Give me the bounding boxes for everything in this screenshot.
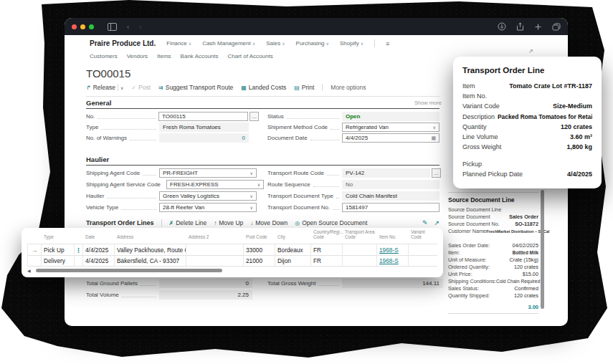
- print-icon: ▤: [294, 85, 300, 91]
- nav-chart-of-accounts[interactable]: Chart of Accounts: [228, 53, 273, 59]
- divider: [86, 108, 439, 109]
- factbox-scrollbar[interactable]: [541, 190, 544, 309]
- downloads-icon[interactable]: [498, 22, 506, 31]
- minimize-window-button[interactable]: [80, 24, 85, 29]
- delete-line-button[interactable]: ✗Delete Line: [169, 219, 207, 226]
- nav-customers[interactable]: Customers: [90, 53, 118, 59]
- chevron-down-icon: ∨: [326, 42, 329, 46]
- delete-icon: ✗: [169, 220, 174, 226]
- item-no-link[interactable]: 1968-S: [379, 246, 399, 254]
- nav-bank-accounts[interactable]: Bank Accounts: [181, 53, 219, 59]
- agent-service-select[interactable]: FRESH-EXPRESS∨: [166, 180, 264, 189]
- card-title: Transport Order Line: [462, 66, 592, 75]
- table-row[interactable]: Delivery 4/4/2025 Bakersfield, CA - 9330…: [27, 255, 437, 267]
- post-button[interactable]: ✓ Post: [131, 84, 151, 91]
- item-no-link[interactable]: 1968-S: [379, 257, 399, 264]
- field-label: No.: [86, 113, 95, 120]
- assist-edit-button[interactable]: …: [250, 112, 259, 121]
- release-button[interactable]: ↱ Release ∨: [86, 84, 123, 91]
- open-source-document-button[interactable]: ◎Open Source Document: [295, 219, 367, 226]
- field-label: Shipment Method Code: [267, 124, 328, 130]
- scrollbar-thumb[interactable]: [36, 269, 222, 272]
- card-row: Line Volume3.60 m³: [462, 133, 592, 143]
- more-options-button[interactable]: More options: [331, 84, 366, 91]
- expand-icon[interactable]: ↗: [434, 219, 439, 226]
- field-label: Route Sequence: [267, 181, 310, 188]
- shipping-agent-select[interactable]: PR-FREIGHT∨: [159, 168, 257, 178]
- edit-list-icon[interactable]: ✎: [422, 219, 428, 226]
- open-document-icon: ◎: [295, 220, 300, 226]
- dotted-leader: [310, 139, 339, 140]
- print-button[interactable]: ▤ Print: [294, 84, 314, 91]
- move-down-button[interactable]: ↓Move Down: [250, 219, 288, 226]
- divider: [448, 313, 538, 314]
- share-icon[interactable]: [516, 22, 524, 31]
- zoom-window-button[interactable]: [89, 24, 94, 29]
- factbox-total[interactable]: 3.00: [448, 304, 538, 310]
- factbox-row: Sales Status:Confirmed: [448, 285, 538, 292]
- haulier-section-heading[interactable]: Haulier: [86, 155, 109, 163]
- menu-shopify[interactable]: Shopify∨: [340, 40, 363, 47]
- divider: [86, 165, 439, 166]
- active-row-arrow-icon: →: [27, 244, 42, 255]
- chevron-down-icon: ∨: [433, 125, 436, 130]
- vehicle-type-select[interactable]: 28-ft Reefer Van∨: [159, 203, 257, 212]
- forward-icon[interactable]: ›: [139, 23, 141, 31]
- action-bar: ↱ Release ∨ ✓ Post ⇉ Suggest Transport R…: [86, 84, 366, 91]
- back-icon[interactable]: ‹: [127, 23, 129, 31]
- move-up-button[interactable]: ↑Move Up: [214, 219, 243, 226]
- scroll-left-icon[interactable]: ◀: [27, 268, 31, 273]
- menu-finance[interactable]: Finance∨: [166, 40, 191, 47]
- general-section-heading[interactable]: General: [86, 99, 111, 107]
- card-row: Quantity120 crates: [462, 123, 592, 133]
- factbox-row: Source DocumentSales Order: [448, 214, 538, 220]
- close-window-button[interactable]: [72, 24, 77, 29]
- route-icon: ⇉: [158, 85, 163, 91]
- horizontal-scrollbar[interactable]: ◀: [27, 269, 437, 273]
- total-gross-weight-field: 144.11: [342, 279, 443, 288]
- chevron-down-icon: ∨: [257, 182, 260, 187]
- factbox-row: Item:Bottled Milk: [448, 249, 538, 256]
- haulier-select[interactable]: Green Valley Logistics∨: [159, 191, 257, 201]
- transport-doc-no-field[interactable]: 1581497: [342, 203, 439, 212]
- suggest-transport-route-button[interactable]: ⇉ Suggest Transport Route: [158, 84, 233, 91]
- factbox-group-label: Source Document Line: [448, 206, 501, 213]
- dotted-leader: [331, 128, 339, 130]
- company-name[interactable]: Praire Produce Ltd.: [90, 39, 156, 47]
- sidebar-toggle-icon[interactable]: [108, 23, 117, 31]
- show-more-link[interactable]: Show more: [414, 100, 442, 106]
- field-label: No. of Warnings: [86, 135, 127, 141]
- type-field: Fresh Roma Tomatoes: [159, 123, 249, 132]
- field-label: Document Date: [267, 135, 308, 141]
- warnings-field[interactable]: 0: [159, 133, 249, 143]
- release-icon: ↱: [86, 85, 91, 91]
- dotted-leader: [130, 139, 156, 140]
- divider: [86, 96, 439, 97]
- calendar-icon[interactable]: ▦: [431, 135, 436, 141]
- row-menu-icon[interactable]: ⋮: [75, 244, 83, 255]
- landed-costs-button[interactable]: ▦ Landed Costs: [241, 84, 286, 91]
- page-title: TO00015: [86, 67, 130, 80]
- new-tab-icon[interactable]: [534, 23, 542, 31]
- factbox-heading: Source Document Line: [448, 196, 515, 203]
- lines-heading[interactable]: Transport Order Lines: [86, 219, 154, 226]
- chevron-down-icon[interactable]: ∨: [120, 85, 123, 90]
- arrow-down-icon: ↓: [250, 220, 253, 226]
- no-field[interactable]: TO00115: [158, 112, 248, 121]
- nav-vendors[interactable]: Vendors: [127, 53, 148, 59]
- divider: [161, 219, 162, 226]
- menu-cash-management[interactable]: Cash Management∨: [202, 40, 255, 47]
- menu-purchasing[interactable]: Purchasing∨: [296, 40, 329, 47]
- document-date-field[interactable]: 4/4/2025▦: [342, 133, 439, 143]
- assist-edit-button[interactable]: …: [432, 168, 441, 178]
- shipment-method-select[interactable]: Refrigerated Van∨: [342, 123, 439, 132]
- table-row[interactable]: → Pick Up ⋮ 4/4/2025 Valley Packhouse, R…: [27, 244, 437, 256]
- hamburger-icon[interactable]: ≡: [386, 40, 389, 47]
- nav-items[interactable]: Items: [157, 53, 171, 59]
- grid-header-row: Type Date Address Address 2 Post Code Ci…: [27, 230, 437, 240]
- factbox-expand-icon[interactable]: ↗: [528, 48, 533, 54]
- menu-sales[interactable]: Sales∨: [266, 40, 285, 47]
- tab-overview-icon[interactable]: [552, 23, 561, 31]
- chevron-down-icon: ∨: [252, 42, 255, 46]
- field-label: Haulier: [86, 193, 104, 199]
